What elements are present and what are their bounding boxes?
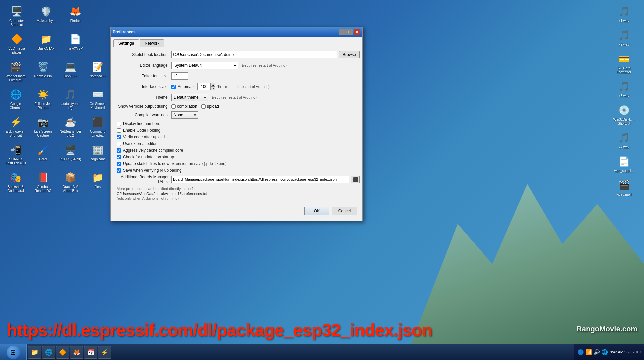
desktop-icon-corel[interactable]: 🖌️ Corel: [31, 142, 55, 167]
desktop-icon-firefox[interactable]: 🦊 Firefox: [62, 3, 89, 28]
enable-code-folding-checkbox[interactable]: [117, 128, 121, 133]
vlc-icon-label: VLC media player: [5, 47, 29, 55]
desktop-icon-putty[interactable]: 🖥️ PuTTY (64 bit): [58, 142, 83, 167]
compiler-warnings-select[interactable]: None Default More All: [171, 111, 198, 119]
icon-row-6: 📲 SHAREit FastFlick X10 🖌️ Corel 🖥️ PuTT…: [3, 142, 110, 167]
save-when-verifying-label[interactable]: Save when verifying or uploading: [123, 168, 182, 173]
desktop-icon-arduino[interactable]: ⚡ arduino.exe - Shortcut: [3, 114, 28, 139]
desktop-icon-notepad[interactable]: 📝 Notepad++: [85, 59, 110, 84]
scale-value-input[interactable]: [197, 83, 211, 90]
desktop-icon-malware[interactable]: 🛡️ Malwareby...: [33, 3, 59, 28]
additional-boards-expand-button[interactable]: ⬛: [351, 176, 360, 183]
aggressively-cache-label[interactable]: Aggressively cache compiled core: [123, 148, 183, 153]
taskbar-item-explorer[interactable]: 📁: [28, 346, 41, 359]
more-preferences-text: More preferences can be edited directly …: [113, 187, 360, 191]
x1wav-icon: 🎵: [617, 5, 631, 18]
tab-settings[interactable]: Settings: [113, 39, 139, 47]
newxvsp-icon-label: newXVSP: [68, 47, 83, 51]
cancel-button[interactable]: Cancel: [332, 207, 357, 215]
desktop-icon-shareit[interactable]: 📲 SHAREit FastFlick X10: [3, 142, 28, 167]
network-tray-icon: 📶: [585, 349, 592, 355]
dialog-controls: ─ □ ✕: [339, 29, 360, 35]
desktop-icon-cognizant[interactable]: 🏢 cognizant: [85, 142, 110, 167]
taskbar-item-firefox[interactable]: 🦊: [70, 346, 83, 359]
desktop-icon-livecapture[interactable]: 📷 Live Screen Capture: [31, 114, 55, 139]
desktop-icon-audacity[interactable]: 🎵 audacityexe (2): [58, 86, 83, 111]
editor-fontsize-input[interactable]: [171, 72, 188, 80]
dialog-maximize-button[interactable]: □: [346, 29, 353, 35]
editor-language-label: Editor language:: [113, 63, 171, 68]
enable-code-folding-label[interactable]: Enable Code Folding: [123, 128, 160, 133]
verify-code-checkbox[interactable]: [117, 135, 121, 139]
desktop-icon-computer[interactable]: 🖥️ Computer Shortcut: [3, 3, 30, 28]
check-updates-checkbox[interactable]: [117, 155, 121, 159]
desktop-icon-x1wav[interactable]: 🎵 x1.wav: [611, 3, 637, 24]
display-line-numbers-label[interactable]: Display line numbers: [123, 121, 160, 126]
additional-boards-input[interactable]: [171, 176, 349, 183]
command-icon: ⬛: [91, 115, 104, 129]
desktop-icon-bariksha[interactable]: 🎭 Bariksha & God bharai: [3, 169, 28, 194]
desktop-icon-vlc[interactable]: 🔶 VLC media player: [3, 31, 30, 56]
editor-language-select[interactable]: System Default: [171, 62, 238, 69]
desktop-icon-wpasuppli[interactable]: 📄 wpa_suppli...: [611, 153, 637, 174]
browse-button[interactable]: Browse: [339, 51, 360, 58]
desktop-icon-virtualbox[interactable]: 📦 Oracle VM VirtualBox: [58, 169, 83, 194]
tab-network[interactable]: Network: [140, 39, 164, 47]
check-updates-label[interactable]: Check for updates on startup: [123, 155, 174, 159]
desktop-icon-newxvsp[interactable]: 📄 newXVSP: [62, 31, 89, 56]
wondershare-icon: 🎬: [9, 60, 22, 73]
desktop-icon-x2wav[interactable]: 🎵 x2.wav: [611, 27, 637, 48]
verbose-upload-option[interactable]: upload: [201, 104, 219, 109]
dialog-close-button[interactable]: ✕: [354, 29, 360, 35]
dialog-titlebar[interactable]: Preferences ─ □ ✕: [111, 27, 362, 37]
desktop-icon-keyboard[interactable]: ⌨️ On Screen Keyboard: [85, 86, 110, 111]
desktop-icon-x3wav[interactable]: 🎵 x3.wav: [611, 78, 637, 99]
taskbar-item-arduino[interactable]: ⚡: [98, 346, 111, 359]
display-line-numbers-checkbox[interactable]: [117, 122, 121, 126]
spinner-up-button[interactable]: ▲: [211, 83, 215, 87]
theme-select[interactable]: Default theme: [171, 94, 208, 101]
interface-auto-label: Automatic: [178, 84, 195, 89]
ok-button[interactable]: OK: [304, 207, 329, 215]
verbose-compilation-checkbox[interactable]: [171, 104, 176, 109]
editor-fontsize-label: Editor font size:: [113, 74, 171, 78]
desktop-icon-videomp4[interactable]: 🎬 video.mp4: [611, 177, 637, 198]
start-orb-icon: ⊞: [7, 346, 20, 359]
check-updates-row: Check for updates on startup: [113, 155, 360, 159]
desktop-icon-eclipse[interactable]: ☀️ Eclipse-Jee Photon: [31, 86, 55, 111]
save-when-verifying-checkbox[interactable]: [117, 168, 121, 173]
use-external-editor-checkbox[interactable]: [117, 142, 121, 146]
desktop-icon-sdcard[interactable]: 💳 SD Card Formatter: [611, 51, 637, 76]
aggressively-cache-row: Aggressively cache compiled core: [113, 148, 360, 153]
verbose-row: Show verbose output during: compilation …: [113, 104, 360, 109]
desktop-icon-win32disk[interactable]: 💿 Win32Diskl... - Shortcut: [611, 102, 637, 127]
taskbar-item-chrome[interactable]: 🌐: [42, 346, 55, 359]
sketchbook-input[interactable]: [171, 51, 337, 58]
desktop-icon-devcpp[interactable]: 💻 Dev-C++: [58, 59, 83, 84]
desktop-icon-netbeans[interactable]: ☕ NetBeans-IDE 8.0.2: [58, 114, 83, 139]
taskbar-item-vlc[interactable]: 🔶: [56, 346, 69, 359]
verbose-compilation-option[interactable]: compilation: [171, 104, 197, 109]
interface-auto-checkbox[interactable]: [171, 85, 176, 89]
update-sketch-checkbox[interactable]: [117, 162, 121, 166]
arduino-icon: ⚡: [9, 115, 22, 129]
spinner-down-button[interactable]: ▼: [211, 87, 215, 90]
desktop-icon-wondershare[interactable]: 🎬 Wondershare Filmora9: [3, 59, 28, 84]
verbose-upload-checkbox[interactable]: [201, 104, 206, 109]
verify-code-label[interactable]: Verify code after upload: [123, 135, 165, 139]
editor-language-control: System Default (requires restart of Ardu…: [171, 62, 360, 69]
desktop-icon-files[interactable]: 📁 files: [85, 169, 110, 194]
desktop-icon-chrome[interactable]: 🌐 Google Chrome: [3, 86, 28, 111]
desktop-icon-basicota[interactable]: 📁 BasicOTAx: [33, 31, 59, 56]
desktop-icon-recycle[interactable]: 🗑️ Recycle Bin: [31, 59, 55, 84]
use-external-editor-label[interactable]: Use external editor: [123, 141, 157, 146]
dialog-minimize-button[interactable]: ─: [339, 29, 346, 35]
desktop-icon-x4wav[interactable]: 🎵 x4.wav: [611, 130, 637, 151]
update-sketch-label[interactable]: Update sketch files to new extension on …: [123, 161, 227, 166]
desktop-icon-command[interactable]: ⬛ Command Line.bat: [85, 114, 110, 139]
start-button[interactable]: ⊞: [0, 344, 27, 360]
desktop-icon-acrobat[interactable]: 📕 Acrobat Reader DC: [31, 169, 55, 194]
aggressively-cache-checkbox[interactable]: [117, 148, 121, 153]
taskbar-item-scheduler[interactable]: 📅: [84, 346, 97, 359]
x4wav-icon: 🎵: [617, 131, 631, 144]
